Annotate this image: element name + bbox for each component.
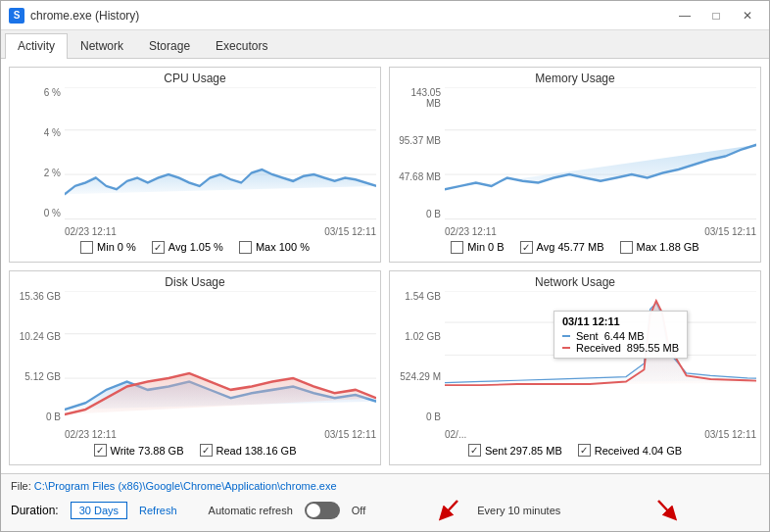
- memory-stats: Min 0 B Avg 45.77 MB Max 1.88 GB: [394, 237, 756, 258]
- network-x-labels: 02/... 03/15 12:11: [445, 422, 756, 440]
- tab-bar: Activity Network Storage Executors: [1, 30, 769, 59]
- cpu-chart-panel: CPU Usage 6 % 4 % 2 % 0 %: [9, 67, 381, 263]
- duration-button[interactable]: 30 Days: [71, 502, 127, 519]
- title-bar: S chrome.exe (History) — □ ✕: [1, 1, 769, 30]
- disk-chart-area: 15.36 GB 10.24 GB 5.12 GB 0 B: [14, 291, 376, 441]
- tooltip-sent-row: Sent 6.44 MB: [562, 330, 679, 342]
- disk-y-labels: 15.36 GB 10.24 GB 5.12 GB 0 B: [14, 291, 65, 423]
- memory-y-labels: 143.05 MB 95.37 MB 47.68 MB 0 B: [394, 87, 445, 219]
- tab-network[interactable]: Network: [68, 33, 136, 58]
- red-arrow-left-icon: [436, 496, 465, 525]
- network-chart-area: 1.54 GB 1.02 GB 524.29 M 0 B: [394, 291, 756, 441]
- main-window: S chrome.exe (History) — □ ✕ Activity Ne…: [0, 0, 770, 532]
- every-label: Every 10 minutes: [477, 505, 560, 516]
- network-canvas: 03/11 12:11 Sent 6.44 MB Received 895.55…: [445, 291, 756, 391]
- memory-chart-title: Memory Usage: [394, 72, 756, 85]
- cpu-stats: Min 0 % Avg 1.05 % Max 100 %: [14, 237, 376, 258]
- disk-canvas: [65, 291, 376, 423]
- memory-canvas: [445, 87, 756, 219]
- cpu-stat-min: Min 0 %: [80, 241, 136, 254]
- network-stat-sent: Sent 297.85 MB: [468, 444, 562, 457]
- network-received-checkbox[interactable]: [578, 444, 591, 457]
- memory-avg-checkbox[interactable]: [520, 241, 533, 254]
- memory-min-checkbox[interactable]: [451, 241, 463, 254]
- red-arrow-right-icon: [650, 496, 680, 525]
- cpu-avg-checkbox[interactable]: [152, 241, 165, 254]
- bottom-bar: File: C:\Program Files (x86)\Google\Chro…: [1, 473, 769, 531]
- memory-chart-panel: Memory Usage 143.05 MB 95.37 MB 47.68 MB…: [389, 67, 761, 263]
- maximize-button[interactable]: □: [702, 6, 730, 25]
- memory-stat-avg: Avg 45.77 MB: [520, 241, 604, 254]
- network-tooltip: 03/11 12:11 Sent 6.44 MB Received 895.55…: [553, 311, 688, 359]
- app-icon: S: [9, 8, 24, 24]
- tab-executors[interactable]: Executors: [203, 33, 280, 58]
- cpu-max-checkbox[interactable]: [239, 241, 252, 254]
- memory-max-checkbox[interactable]: [620, 241, 633, 254]
- cpu-canvas: [65, 87, 376, 219]
- tab-storage[interactable]: Storage: [136, 33, 203, 58]
- disk-stats: Write 73.88 GB Read 138.16 GB: [14, 440, 376, 460]
- network-sent-checkbox[interactable]: [468, 444, 481, 457]
- network-chart-panel: Network Usage 1.54 GB 1.02 GB 524.29 M 0…: [389, 270, 761, 466]
- disk-read-checkbox[interactable]: [200, 444, 213, 457]
- duration-label: Duration:: [11, 504, 59, 517]
- network-chart-title: Network Usage: [394, 275, 756, 289]
- disk-x-labels: 02/23 12:11 03/15 12:11: [65, 422, 376, 440]
- auto-refresh-label: Automatic refresh: [209, 505, 293, 516]
- tab-activity[interactable]: Activity: [5, 33, 68, 59]
- cpu-x-labels: 02/23 12:11 03/15 12:11: [65, 219, 376, 237]
- disk-chart-title: Disk Usage: [14, 275, 376, 289]
- cpu-chart-title: CPU Usage: [14, 72, 376, 85]
- network-stat-received: Received 4.04 GB: [578, 444, 682, 457]
- refresh-link[interactable]: Refresh: [139, 505, 177, 516]
- memory-stat-min: Min 0 B: [451, 241, 504, 254]
- memory-chart-area: 143.05 MB 95.37 MB 47.68 MB 0 B: [394, 87, 756, 237]
- cpu-stat-avg: Avg 1.05 %: [152, 241, 223, 254]
- received-dot-icon: [562, 347, 570, 349]
- cpu-stat-max: Max 100 %: [239, 241, 310, 254]
- charts-grid: CPU Usage 6 % 4 % 2 % 0 %: [9, 67, 761, 465]
- memory-x-labels: 02/23 12:11 03/15 12:11: [445, 219, 756, 237]
- window-title: chrome.exe (History): [30, 9, 671, 23]
- file-label: File:: [11, 480, 31, 492]
- minimize-button[interactable]: —: [671, 6, 698, 25]
- auto-refresh-toggle[interactable]: [305, 502, 340, 519]
- disk-stat-write: Write 73.88 GB: [94, 444, 184, 457]
- cpu-chart-area: 6 % 4 % 2 % 0 %: [14, 87, 376, 237]
- toggle-off-label: Off: [352, 505, 365, 516]
- network-y-labels: 1.54 GB 1.02 GB 524.29 M 0 B: [394, 291, 445, 423]
- sent-dot-icon: [562, 335, 570, 337]
- tooltip-recv-row: Received 895.55 MB: [562, 342, 679, 354]
- disk-stat-read: Read 138.16 GB: [200, 444, 297, 457]
- close-button[interactable]: ✕: [734, 6, 761, 25]
- bottom-controls: Duration: 30 Days Refresh Automatic refr…: [11, 496, 759, 525]
- main-content: CPU Usage 6 % 4 % 2 % 0 %: [1, 59, 769, 473]
- network-stats: Sent 297.85 MB Received 4.04 GB: [394, 440, 756, 460]
- cpu-min-checkbox[interactable]: [80, 241, 93, 254]
- file-path: C:\Program Files (x86)\Google\Chrome\App…: [34, 480, 337, 492]
- memory-stat-max: Max 1.88 GB: [620, 241, 699, 254]
- cpu-y-labels: 6 % 4 % 2 % 0 %: [14, 87, 65, 219]
- disk-chart-panel: Disk Usage 15.36 GB 10.24 GB 5.12 GB 0 B: [9, 270, 381, 466]
- file-info: File: C:\Program Files (x86)\Google\Chro…: [11, 480, 759, 492]
- window-controls: — □ ✕: [671, 6, 761, 25]
- disk-write-checkbox[interactable]: [94, 444, 107, 457]
